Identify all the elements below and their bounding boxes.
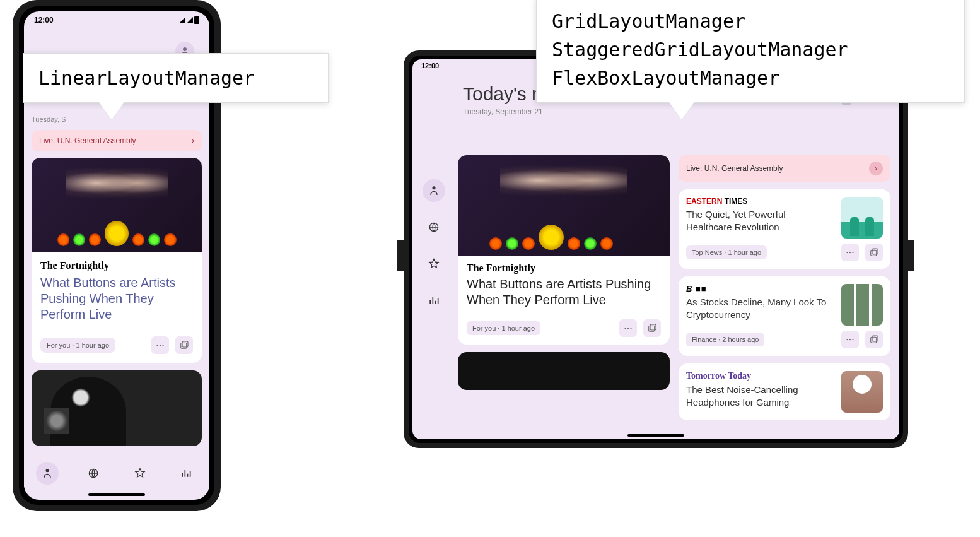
read-button[interactable] <box>865 244 883 261</box>
live-banner-label: Live: U.N. General Assembly <box>686 164 783 173</box>
headline: What Buttons are Artists Pushing When Th… <box>40 275 193 322</box>
thumbnail-image <box>841 284 883 326</box>
svg-point-15 <box>846 252 848 253</box>
svg-point-8 <box>433 186 436 189</box>
cards-icon <box>868 247 880 258</box>
svg-point-21 <box>849 339 851 340</box>
person-icon <box>428 184 440 197</box>
svg-point-11 <box>627 328 629 329</box>
source-label: B ■■ <box>686 284 834 293</box>
svg-point-6 <box>45 469 49 472</box>
news-card[interactable]: The Fortnightly What Buttons are Artists… <box>32 158 202 363</box>
status-time: 12:00 <box>421 62 439 69</box>
ellipsis-icon <box>844 247 856 258</box>
card-hero-image <box>458 155 670 256</box>
wifi-icon <box>187 17 193 23</box>
star-icon <box>134 467 146 480</box>
more-button[interactable] <box>151 336 169 354</box>
live-banner-label: Live: U.N. General Assembly <box>39 136 136 145</box>
column-right: Live: U.N. General Assembly › EASTERN TI… <box>679 155 890 435</box>
card-hero-image <box>32 158 202 252</box>
globe-icon <box>87 467 100 480</box>
svg-rect-18 <box>871 250 877 256</box>
news-card[interactable]: Tomorrow Today The Best Noise-Cancelling… <box>679 363 890 420</box>
ellipsis-icon <box>622 322 634 334</box>
live-banner[interactable]: Live: U.N. General Assembly › <box>679 155 890 182</box>
ellipsis-icon <box>155 339 166 351</box>
side-nav-rail <box>421 179 446 312</box>
tablet-screen: 12:00 Today's news 76°F Tuesday, Septemb… <box>412 59 899 439</box>
thumbnail-image <box>841 371 883 413</box>
news-card[interactable] <box>458 352 670 390</box>
date-label: Tuesday, September 21 <box>463 107 849 116</box>
card-hero-image <box>458 352 670 390</box>
cards-icon <box>178 339 190 351</box>
status-icons <box>179 16 199 24</box>
more-button[interactable] <box>619 319 637 337</box>
headline: As Stocks Decline, Many Look To Cryptocu… <box>686 296 834 321</box>
star-icon <box>428 257 440 270</box>
home-indicator <box>627 434 684 437</box>
news-card[interactable]: EASTERN TIMES The Quiet, Yet Powerful He… <box>679 189 890 269</box>
nav-world[interactable] <box>82 462 105 485</box>
content-columns: The Fortnightly What Buttons are Artists… <box>458 155 890 435</box>
column-left: The Fortnightly What Buttons are Artists… <box>458 155 670 435</box>
thumbnail-image <box>841 197 883 239</box>
cards-icon <box>868 334 880 345</box>
cards-icon <box>646 322 658 334</box>
source-label: EASTERN TIMES <box>686 197 834 206</box>
svg-point-2 <box>160 345 161 346</box>
source-label: The Fortnightly <box>467 263 661 274</box>
svg-point-0 <box>183 47 187 51</box>
svg-rect-19 <box>872 249 878 254</box>
read-button[interactable] <box>175 336 193 354</box>
meta-chip: For you · 1 hour ago <box>40 338 115 353</box>
svg-point-16 <box>849 252 851 253</box>
rail-starred[interactable] <box>423 252 445 275</box>
svg-point-22 <box>852 339 853 340</box>
news-card[interactable] <box>32 370 202 446</box>
callout-pointer-icon <box>99 102 124 120</box>
meta-chip: Top News · 1 hour ago <box>686 245 767 259</box>
callout-pointer-icon <box>669 102 694 120</box>
meta-chip: Finance · 2 hours ago <box>686 333 764 346</box>
read-button[interactable] <box>865 331 883 348</box>
source-label: The Fortnightly <box>40 260 193 271</box>
chevron-right-icon: › <box>192 136 194 145</box>
rail-stats[interactable] <box>423 289 445 312</box>
headline: What Buttons are Artists Pushing When Th… <box>467 276 661 308</box>
news-card[interactable]: B ■■ As Stocks Decline, Many Look To Cry… <box>679 276 890 356</box>
more-button[interactable] <box>841 244 859 261</box>
svg-rect-13 <box>649 326 655 331</box>
rail-world[interactable] <box>423 216 445 239</box>
svg-rect-23 <box>871 337 877 343</box>
nav-starred[interactable] <box>129 462 151 485</box>
svg-point-17 <box>852 252 853 253</box>
read-button[interactable] <box>643 319 661 337</box>
globe-icon <box>428 221 440 233</box>
callout-grid: GridLayoutManager StaggeredGridLayoutMan… <box>536 0 965 103</box>
nav-for-you[interactable] <box>36 462 59 485</box>
news-card[interactable]: The Fortnightly What Buttons are Artists… <box>458 155 670 345</box>
svg-point-1 <box>156 345 158 346</box>
person-icon <box>41 467 54 480</box>
callout-text: StaggeredGridLayoutManager <box>552 35 949 64</box>
meta-chip: For you · 1 hour ago <box>467 321 540 335</box>
stats-icon <box>428 294 440 307</box>
live-banner[interactable]: Live: U.N. General Assembly › <box>32 130 202 151</box>
svg-point-3 <box>162 345 163 346</box>
svg-rect-24 <box>872 336 878 341</box>
source-label: Tomorrow Today <box>686 371 834 381</box>
battery-icon <box>194 16 199 24</box>
callout-text: GridLayoutManager <box>552 7 949 35</box>
svg-rect-4 <box>181 343 187 348</box>
date-label-peek: Tuesday, S <box>32 115 66 123</box>
nav-stats[interactable] <box>175 462 197 485</box>
stats-icon <box>180 467 192 480</box>
more-button[interactable] <box>841 331 859 348</box>
rail-for-you[interactable] <box>423 179 445 202</box>
svg-rect-5 <box>182 341 188 347</box>
status-time: 12:00 <box>34 16 54 25</box>
phone-status-bar: 12:00 <box>24 11 209 29</box>
svg-point-12 <box>630 328 631 329</box>
